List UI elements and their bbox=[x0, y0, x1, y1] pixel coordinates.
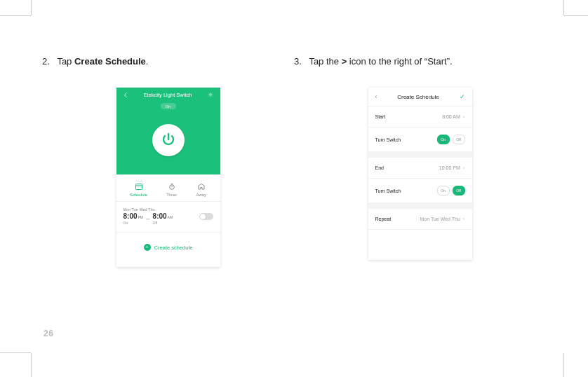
status-pill: On bbox=[161, 103, 176, 109]
on-pill[interactable]: On bbox=[437, 135, 450, 144]
device-header: Etekcity Light Switch On bbox=[116, 88, 220, 174]
off-pill[interactable]: Off bbox=[453, 135, 465, 144]
schedule-days: Mon Tue Wed Thu bbox=[123, 207, 173, 212]
section-gap bbox=[368, 152, 472, 158]
turn-switch-row-2: Turn Switch On Off bbox=[368, 179, 472, 203]
tab-timer[interactable]: Timer bbox=[166, 182, 177, 197]
crop-mark bbox=[31, 353, 32, 377]
chevron-right-icon: › bbox=[463, 216, 465, 222]
page-number: 26 bbox=[44, 329, 53, 338]
existing-schedule-row[interactable]: Mon Tue Wed Thu 8:00PM On – 8:00AM Off bbox=[116, 202, 220, 233]
section-gap bbox=[368, 203, 472, 209]
step-3-column: 3. Tap the > icon to the right of Start … bbox=[294, 56, 546, 267]
chevron-right-icon: › bbox=[463, 165, 465, 171]
power-icon bbox=[160, 132, 177, 149]
phone-screenshot-2: ‹ Create Schedule ✓ Start 8:00 AM› Turn … bbox=[368, 88, 472, 260]
repeat-row[interactable]: Repeat Mon Tue Wed Thu› bbox=[368, 209, 472, 230]
confirm-icon[interactable]: ✓ bbox=[460, 93, 465, 100]
crop-mark bbox=[563, 0, 564, 15]
crop-mark bbox=[0, 15, 31, 16]
step-prefix: Tap the bbox=[309, 56, 341, 67]
step-suffix: . bbox=[146, 56, 149, 67]
back-icon[interactable]: ‹ bbox=[375, 93, 377, 100]
chevron-right-icon: › bbox=[463, 114, 465, 120]
step-2-column: 2. Tap Create Schedule. Etekcity Light S… bbox=[42, 56, 294, 267]
phone-screenshot-1: Etekcity Light Switch On Schedule bbox=[116, 88, 220, 267]
crop-mark bbox=[564, 15, 588, 16]
crop-mark bbox=[0, 352, 31, 353]
step-number: 2. bbox=[42, 56, 55, 67]
step-quoted: Start bbox=[425, 56, 453, 67]
crop-mark bbox=[31, 0, 32, 15]
start-row[interactable]: Start 8:00 AM› bbox=[368, 107, 472, 128]
mode-tabs: Schedule Timer Away bbox=[116, 174, 220, 202]
device-title: Etekcity Light Switch bbox=[144, 92, 192, 98]
turn-switch-row-1: Turn Switch On Off bbox=[368, 128, 472, 152]
on-pill[interactable]: On bbox=[437, 186, 450, 196]
screen-header: ‹ Create Schedule ✓ bbox=[368, 88, 472, 107]
plus-icon: + bbox=[144, 244, 151, 251]
step-2-text: 2. Tap Create Schedule. bbox=[42, 56, 294, 67]
away-icon bbox=[197, 182, 206, 191]
back-icon[interactable] bbox=[123, 92, 128, 98]
off-pill[interactable]: Off bbox=[453, 186, 465, 196]
create-schedule-button[interactable]: + Create schedule bbox=[116, 233, 220, 262]
manual-page: 2. Tap Create Schedule. Etekcity Light S… bbox=[0, 0, 588, 377]
step-bold: Create Schedule bbox=[74, 56, 146, 67]
step-mid: icon to the right of bbox=[347, 56, 425, 67]
schedule-times: 8:00PM On – 8:00AM Off bbox=[123, 213, 173, 225]
power-button[interactable] bbox=[152, 124, 185, 156]
schedule-toggle[interactable] bbox=[199, 213, 213, 220]
screen-title: Create Schedule bbox=[397, 94, 439, 100]
settings-icon[interactable] bbox=[208, 92, 213, 98]
end-row[interactable]: End 10:00 PM› bbox=[368, 158, 472, 179]
timer-icon bbox=[168, 182, 176, 191]
crop-mark bbox=[563, 353, 564, 377]
svg-point-0 bbox=[209, 94, 211, 96]
step-prefix: Tap bbox=[57, 56, 74, 67]
tab-away[interactable]: Away bbox=[196, 182, 206, 197]
svg-rect-1 bbox=[135, 184, 142, 190]
instruction-row: 2. Tap Create Schedule. Etekcity Light S… bbox=[42, 56, 546, 267]
step-number: 3. bbox=[294, 56, 307, 67]
calendar-icon bbox=[135, 182, 143, 191]
tab-schedule[interactable]: Schedule bbox=[130, 182, 147, 197]
step-3-text: 3. Tap the > icon to the right of Start bbox=[294, 56, 546, 67]
